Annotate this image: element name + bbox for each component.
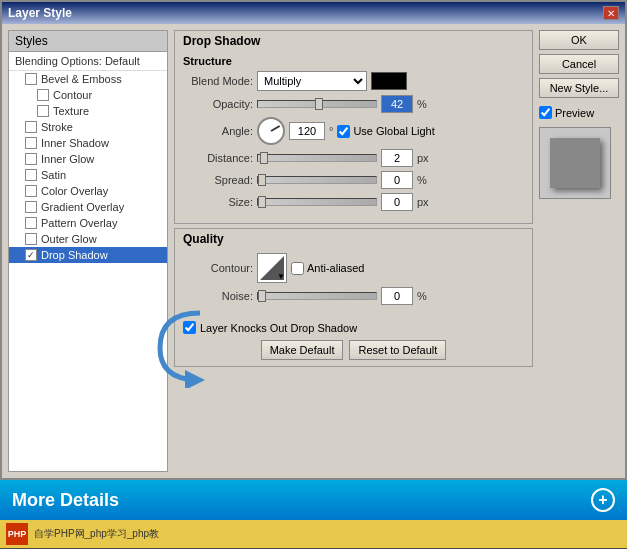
structure-label: Structure — [183, 55, 524, 67]
layer-item-label: Texture — [53, 105, 89, 117]
new-style-button[interactable]: New Style... — [539, 78, 619, 98]
shadow-color-swatch[interactable] — [371, 72, 407, 90]
preview-box — [539, 127, 611, 199]
angle-unit: ° — [329, 125, 333, 137]
size-thumb[interactable] — [258, 196, 266, 208]
angle-input[interactable] — [289, 122, 325, 140]
layer-item-label: Drop Shadow — [41, 249, 108, 261]
layer-item-checkbox[interactable] — [25, 233, 37, 245]
size-row: Size: px — [183, 193, 524, 211]
layer-item-label: Gradient Overlay — [41, 201, 124, 213]
layer-item-label: Bevel & Emboss — [41, 73, 122, 85]
use-global-light-checkbox[interactable] — [337, 125, 350, 138]
spread-label: Spread: — [183, 174, 253, 186]
spread-row: Spread: % — [183, 171, 524, 189]
bottom-bar-text: More Details — [12, 490, 119, 511]
layer-item[interactable]: Drop Shadow — [9, 247, 167, 263]
layer-item[interactable]: Bevel & Emboss — [9, 71, 167, 87]
layer-item[interactable]: Stroke — [9, 119, 167, 135]
bottom-bar[interactable]: More Details + — [0, 480, 627, 520]
layer-item[interactable]: Color Overlay — [9, 183, 167, 199]
opacity-slider[interactable] — [257, 100, 377, 108]
blend-mode-select[interactable]: Multiply — [257, 71, 367, 91]
layer-item-checkbox[interactable] — [25, 249, 37, 261]
layer-item[interactable]: Gradient Overlay — [9, 199, 167, 215]
layer-item-checkbox[interactable] — [25, 201, 37, 213]
spread-unit: % — [417, 174, 427, 186]
spread-input[interactable] — [381, 171, 413, 189]
layer-item-checkbox[interactable] — [25, 153, 37, 165]
reset-default-button[interactable]: Reset to Default — [349, 340, 446, 360]
content-area: Styles Blending Options: Default Bevel &… — [2, 24, 625, 478]
noise-slider[interactable] — [257, 292, 377, 300]
noise-thumb[interactable] — [258, 290, 266, 302]
layer-item-label: Inner Shadow — [41, 137, 109, 149]
layer-item[interactable]: Outer Glow — [9, 231, 167, 247]
preview-checkbox[interactable] — [539, 106, 552, 119]
layer-knocks-label: Layer Knocks Out Drop Shadow — [200, 322, 357, 334]
spread-thumb[interactable] — [258, 174, 266, 186]
quality-section: Quality Contour: ▼ Anti-alia — [174, 228, 533, 367]
layer-item[interactable]: Texture — [9, 103, 167, 119]
layer-item[interactable]: Satin — [9, 167, 167, 183]
layer-item-label: Pattern Overlay — [41, 217, 117, 229]
layer-item[interactable]: Inner Glow — [9, 151, 167, 167]
layer-item-checkbox[interactable] — [25, 73, 37, 85]
right-panel: Drop Shadow Structure Blend Mode: Multip… — [174, 30, 533, 472]
layer-item-checkbox[interactable] — [25, 137, 37, 149]
styles-header: Styles — [9, 31, 167, 52]
distance-input[interactable] — [381, 149, 413, 167]
make-default-button[interactable]: Make Default — [261, 340, 344, 360]
watermark-text: 自学PHP网_php学习_php教 — [34, 527, 159, 541]
layer-item-checkbox[interactable] — [25, 169, 37, 181]
distance-thumb[interactable] — [260, 152, 268, 164]
layer-knocks-row: Layer Knocks Out Drop Shadow — [175, 317, 532, 338]
bottom-bar-plus-icon[interactable]: + — [591, 488, 615, 512]
layer-item-label: Color Overlay — [41, 185, 108, 197]
layer-item[interactable]: Contour — [9, 87, 167, 103]
anti-aliased-checkbox[interactable] — [291, 262, 304, 275]
layer-item[interactable]: Inner Shadow — [9, 135, 167, 151]
opacity-label: Opacity: — [183, 98, 253, 110]
blend-mode-label: Blend Mode: — [183, 75, 253, 87]
layer-item-checkbox[interactable] — [37, 105, 49, 117]
layer-item-checkbox[interactable] — [37, 89, 49, 101]
angle-dial[interactable] — [257, 117, 285, 145]
drop-shadow-title: Drop Shadow — [175, 31, 532, 51]
layer-item-checkbox[interactable] — [25, 121, 37, 133]
distance-unit: px — [417, 152, 429, 164]
layer-item-label: Outer Glow — [41, 233, 97, 245]
size-input[interactable] — [381, 193, 413, 211]
distance-slider[interactable] — [257, 154, 377, 162]
spread-slider[interactable] — [257, 176, 377, 184]
opacity-thumb[interactable] — [315, 98, 323, 110]
side-buttons-panel: OK Cancel New Style... Preview — [539, 30, 619, 472]
use-global-light-row: Use Global Light — [337, 125, 434, 138]
layer-knocks-checkbox[interactable] — [183, 321, 196, 334]
close-button[interactable]: ✕ — [603, 6, 619, 20]
layer-item-checkbox[interactable] — [25, 185, 37, 197]
layer-item-label: Inner Glow — [41, 153, 94, 165]
distance-label: Distance: — [183, 152, 253, 164]
watermark-bar: PHP 自学PHP网_php学习_php教 — [0, 520, 627, 548]
layer-items-list: Bevel & EmbossContourTextureStrokeInner … — [9, 71, 167, 263]
preview-row: Preview — [539, 106, 619, 119]
contour-preview[interactable]: ▼ — [257, 253, 287, 283]
angle-label: Angle: — [183, 125, 253, 137]
noise-input[interactable] — [381, 287, 413, 305]
noise-row: Noise: % — [183, 287, 524, 305]
preview-label: Preview — [555, 107, 594, 119]
blending-options-label[interactable]: Blending Options: Default — [9, 52, 167, 71]
action-buttons: Make Default Reset to Default — [175, 340, 532, 360]
cancel-button[interactable]: Cancel — [539, 54, 619, 74]
angle-indicator — [271, 125, 281, 132]
title-bar: Layer Style ✕ — [2, 2, 625, 24]
ok-button[interactable]: OK — [539, 30, 619, 50]
layer-item-label: Satin — [41, 169, 66, 181]
layer-item[interactable]: Pattern Overlay — [9, 215, 167, 231]
left-panel: Styles Blending Options: Default Bevel &… — [8, 30, 168, 472]
size-slider[interactable] — [257, 198, 377, 206]
layer-item-checkbox[interactable] — [25, 217, 37, 229]
use-global-light-label: Use Global Light — [353, 125, 434, 137]
opacity-input[interactable] — [381, 95, 413, 113]
